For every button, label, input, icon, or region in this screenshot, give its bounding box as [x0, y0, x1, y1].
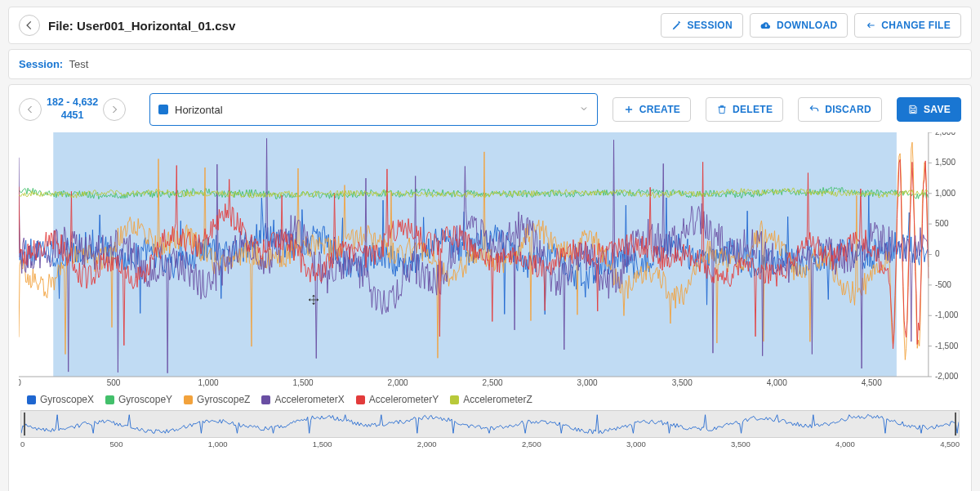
- svg-text:4,500: 4,500: [862, 378, 883, 387]
- delete-button-label: Delete: [733, 104, 773, 115]
- legend-swatch: [27, 395, 36, 404]
- arrow-right-icon: [109, 105, 119, 114]
- create-button[interactable]: Create: [612, 97, 691, 122]
- svg-text:4,000: 4,000: [767, 378, 788, 387]
- pencil-icon: [671, 20, 683, 31]
- download-button[interactable]: Download: [750, 13, 848, 38]
- overview-tick: 2,000: [417, 440, 437, 449]
- arrow-left-icon: [865, 20, 876, 31]
- svg-text:-500: -500: [935, 280, 951, 289]
- legend-item[interactable]: AccelerometerX: [261, 394, 344, 405]
- change-file-button-label: Change File: [881, 20, 951, 31]
- svg-text:2,000: 2,000: [388, 378, 409, 387]
- legend-swatch: [261, 395, 270, 404]
- discard-button-label: Discard: [825, 104, 871, 115]
- session-row: Session: Test: [8, 49, 972, 79]
- legend-item[interactable]: GyroscopeX: [27, 394, 94, 405]
- back-button[interactable]: [19, 15, 40, 36]
- legend-swatch: [356, 395, 365, 404]
- segment-select[interactable]: Horizontal: [149, 93, 598, 126]
- session-label: Session:: [19, 58, 63, 70]
- file-name: User001_Horizontal_01.csv: [77, 19, 235, 33]
- overview-tick: 3,500: [731, 440, 751, 449]
- save-icon: [907, 104, 919, 115]
- overview-handle-right[interactable]: [955, 413, 956, 435]
- header-bar: File: User001_Horizontal_01.csv Session …: [8, 7, 972, 44]
- svg-text:0: 0: [935, 250, 940, 259]
- chevron-down-icon: [579, 104, 589, 116]
- legend-swatch: [450, 395, 459, 404]
- overview-tick: 1,000: [208, 440, 228, 449]
- svg-text:1,500: 1,500: [293, 378, 314, 387]
- overview-tick: 4,500: [940, 440, 960, 449]
- undo-icon: [808, 104, 820, 115]
- session-value: Test: [69, 58, 89, 70]
- legend-label: AccelerometerX: [274, 394, 344, 405]
- overview-handle-left[interactable]: [24, 413, 25, 435]
- arrow-left-icon: [24, 20, 35, 31]
- change-file-button[interactable]: Change File: [854, 13, 961, 38]
- range-start: 182: [47, 96, 64, 108]
- cloud-download-icon: [760, 20, 772, 31]
- main-panel: 182 - 4,632 4451 Horizontal Create Delet…: [8, 84, 972, 491]
- overview-tick: 2,500: [522, 440, 541, 449]
- discard-button[interactable]: Discard: [798, 97, 882, 122]
- prev-segment-button[interactable]: [19, 98, 42, 121]
- svg-text:2,000: 2,000: [935, 132, 956, 136]
- plus-icon: [623, 104, 635, 115]
- legend-item[interactable]: AccelerometerY: [356, 394, 439, 405]
- range-text: 182 - 4,632 4451: [45, 96, 100, 122]
- overview-ticks: 05001,0001,5002,0002,5003,0003,5004,0004…: [19, 438, 961, 449]
- range-span: 4451: [61, 109, 84, 121]
- svg-text:-1,000: -1,000: [935, 310, 959, 319]
- legend-item[interactable]: GyroscopeZ: [184, 394, 250, 405]
- session-button-label: Session: [688, 20, 733, 31]
- svg-text:1,000: 1,000: [198, 378, 220, 387]
- overview-tick: 0: [20, 440, 24, 449]
- svg-text:0: 0: [19, 378, 21, 387]
- svg-text:3,000: 3,000: [577, 378, 599, 387]
- svg-text:500: 500: [935, 219, 949, 228]
- svg-text:1,500: 1,500: [935, 158, 956, 167]
- segment-label: Horizontal: [175, 104, 223, 116]
- session-button[interactable]: Session: [661, 13, 743, 38]
- legend-swatch: [184, 395, 193, 404]
- overview-tick: 500: [110, 440, 123, 449]
- overview-tick: 3,000: [626, 440, 646, 449]
- main-chart[interactable]: 2,0001,5001,0005000-500-1,000-1,500-2,00…: [19, 132, 961, 387]
- legend-label: GyroscopeY: [118, 394, 172, 405]
- legend: GyroscopeXGyroscopeYGyroscopeZAccelerome…: [27, 394, 961, 405]
- legend-item[interactable]: AccelerometerZ: [450, 394, 532, 405]
- legend-label: AccelerometerZ: [463, 394, 532, 405]
- legend-label: GyroscopeZ: [197, 394, 250, 405]
- toolbar: 182 - 4,632 4451 Horizontal Create Delet…: [19, 93, 961, 126]
- next-segment-button[interactable]: [103, 98, 126, 121]
- save-button-label: Save: [924, 104, 951, 115]
- download-button-label: Download: [777, 20, 837, 31]
- svg-text:-1,500: -1,500: [935, 341, 959, 350]
- overview-tick: 4,000: [835, 440, 855, 449]
- range-nav: 182 - 4,632 4451: [19, 96, 141, 122]
- file-title: File: User001_Horizontal_01.csv: [48, 19, 235, 33]
- legend-swatch: [105, 395, 114, 404]
- svg-text:-2,000: -2,000: [935, 372, 959, 381]
- svg-text:500: 500: [107, 378, 121, 387]
- save-button[interactable]: Save: [897, 97, 961, 122]
- legend-label: AccelerometerY: [369, 394, 439, 405]
- overview-tick: 1,500: [313, 440, 332, 449]
- segment-color-swatch: [158, 105, 168, 114]
- svg-text:2,500: 2,500: [483, 378, 504, 387]
- create-button-label: Create: [639, 104, 680, 115]
- range-end: 4,632: [73, 96, 98, 108]
- svg-text:3,500: 3,500: [672, 378, 693, 387]
- overview-chart[interactable]: [20, 410, 960, 438]
- file-label-prefix: File:: [48, 19, 77, 33]
- trash-icon: [716, 104, 728, 115]
- legend-item[interactable]: GyroscopeY: [105, 394, 172, 405]
- legend-label: GyroscopeX: [40, 394, 94, 405]
- delete-button[interactable]: Delete: [706, 97, 783, 122]
- svg-text:1,000: 1,000: [935, 189, 956, 198]
- arrow-left-icon: [25, 105, 35, 114]
